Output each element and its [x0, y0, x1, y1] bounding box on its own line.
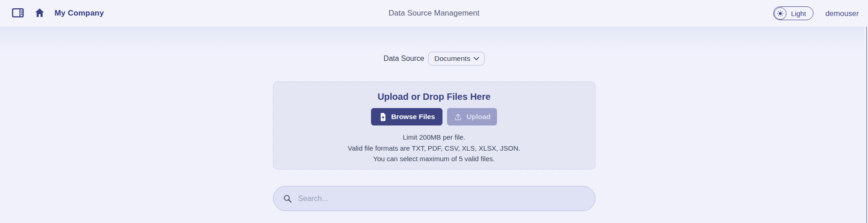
home-icon: [34, 7, 45, 20]
search-icon: [283, 194, 293, 204]
upload-arrow-icon: [453, 112, 463, 121]
browse-files-label: Browse Files: [391, 113, 435, 121]
header-right-group: Light demouser: [773, 6, 859, 20]
dropzone-info: Limit 200MB per file. Valid file formats…: [273, 133, 595, 163]
theme-toggle[interactable]: Light: [773, 6, 813, 20]
file-dropzone[interactable]: Upload or Drop Files Here Browse Files: [273, 82, 595, 169]
chevron-down-icon: [474, 57, 479, 60]
max-files-info-line: You can select maximum of 5 valid files.: [273, 155, 595, 163]
main-content: Data Source Documents Upload or Drop Fil…: [0, 27, 868, 211]
search-bar: [273, 186, 595, 211]
sun-icon: [774, 7, 786, 20]
formats-info-line: Valid file formats are TXT, PDF, CSV, XL…: [273, 144, 595, 153]
browse-files-button[interactable]: Browse Files: [371, 108, 442, 125]
dropzone-buttons: Browse Files Upload: [273, 108, 595, 125]
upload-button[interactable]: Upload: [447, 108, 497, 125]
upload-label: Upload: [467, 113, 491, 121]
limit-info-line: Limit 200MB per file.: [273, 133, 595, 142]
file-upload-icon: [378, 112, 387, 122]
theme-toggle-label: Light: [791, 10, 806, 17]
home-button[interactable]: [33, 7, 46, 20]
data-source-selected-value: Documents: [434, 54, 470, 63]
data-source-row: Data Source Documents: [273, 52, 595, 65]
dropzone-heading: Upload or Drop Files Here: [273, 92, 595, 102]
sidebar-panel-icon: [12, 7, 24, 20]
username: demouser: [825, 9, 859, 18]
company-name: My Company: [55, 9, 104, 18]
search-input[interactable]: [297, 194, 589, 203]
header-left-group: My Company: [11, 7, 104, 20]
page-title: Data Source Management: [0, 9, 868, 18]
data-source-label: Data Source: [383, 54, 424, 63]
data-source-dropdown[interactable]: Documents: [428, 52, 484, 65]
app-header: My Company Data Source Management Light: [0, 0, 868, 27]
sidebar-toggle-button[interactable]: [11, 7, 24, 20]
